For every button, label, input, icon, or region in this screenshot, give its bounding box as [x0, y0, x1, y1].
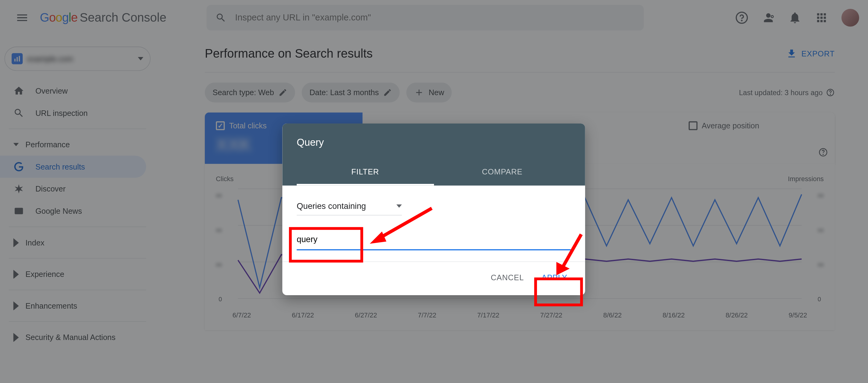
- select-label: Queries containing: [297, 201, 366, 210]
- query-filter-dialog: Query FILTER COMPARE Queries containing …: [282, 123, 585, 295]
- query-text-input[interactable]: [297, 229, 571, 251]
- chevron-down-icon: [396, 204, 402, 207]
- query-match-select[interactable]: Queries containing: [297, 197, 402, 215]
- dialog-title: Query: [297, 137, 571, 148]
- apply-button[interactable]: APPLY: [535, 269, 574, 286]
- tab-filter[interactable]: FILTER: [297, 159, 434, 185]
- tab-compare[interactable]: COMPARE: [434, 159, 571, 185]
- cancel-button[interactable]: CANCEL: [484, 269, 531, 286]
